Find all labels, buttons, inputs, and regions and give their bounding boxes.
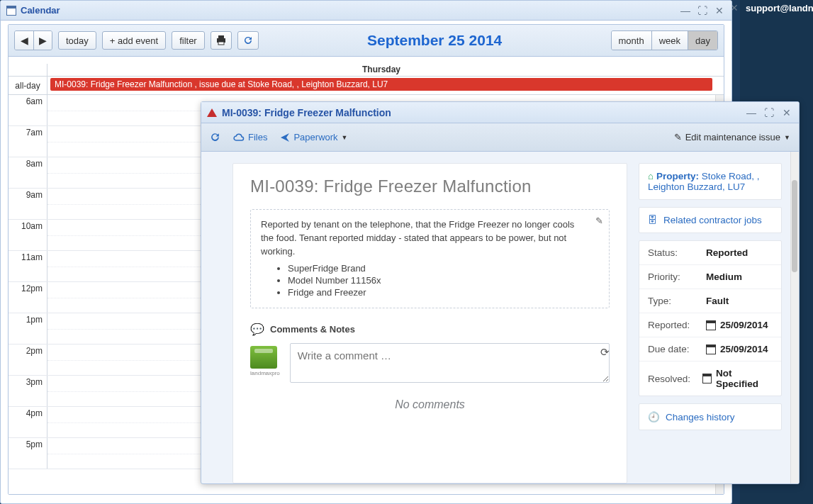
hour-label: 12pm <box>9 282 47 313</box>
caret-down-icon: ▼ <box>342 134 348 141</box>
calendar-small-icon <box>706 345 716 354</box>
dialog-maximize[interactable]: ⛶ <box>763 106 775 119</box>
dialog-toolbar: Files Paperwork ▼ ✎ Edit maintenance iss… <box>201 123 799 152</box>
due-value: 25/09/2014 <box>706 344 768 354</box>
comment-input[interactable] <box>290 343 610 383</box>
comments-refresh-icon[interactable]: ⟳ <box>600 346 610 359</box>
issue-side-panel: ⌂ Property: Stoke Road, , Leighton Buzza… <box>639 163 782 483</box>
dialog-minimize[interactable]: — <box>745 106 758 119</box>
issue-heading: MI-0039: Fridge Freezer Malfunction <box>250 177 610 196</box>
view-day[interactable]: day <box>688 31 717 50</box>
bullet-item: Model Number 11156x <box>288 275 586 286</box>
filter-button[interactable]: filter <box>172 31 205 50</box>
view-week[interactable]: week <box>651 31 688 50</box>
calendar-window-title: Calendar <box>21 5 60 16</box>
close-button[interactable]: ✕ <box>713 4 726 17</box>
property-card[interactable]: ⌂ Property: Stoke Road, , Leighton Buzza… <box>639 163 782 200</box>
dialog-titlebar[interactable]: MI-0039: Fridge Freezer Malfunction — ⛶ … <box>201 102 799 123</box>
cloud-icon <box>233 133 245 142</box>
next-button[interactable]: ▶ <box>33 31 52 50</box>
house-icon: ⌂ <box>648 171 654 181</box>
dialog-scrollbar[interactable] <box>790 152 799 483</box>
bullet-item: Fridge and Freezer <box>288 287 586 298</box>
hour-label: 11am <box>9 251 47 281</box>
add-event-button[interactable]: + add event <box>102 31 166 50</box>
comments-header: 💬 Comments & Notes <box>250 323 610 336</box>
maximize-button[interactable]: ⛶ <box>696 4 709 17</box>
comment-compose-row: landmaxpro ⟳ <box>250 343 610 383</box>
day-header-row: Thursday <box>9 64 724 77</box>
svg-rect-2 <box>218 42 224 45</box>
support-email: support@landn <box>740 0 813 13</box>
hour-label: 8am <box>9 157 47 188</box>
hour-label: 9am <box>9 189 47 219</box>
issue-description-box[interactable]: ✎ Reported by tenant on the telephone, t… <box>250 209 610 308</box>
svg-rect-1 <box>218 35 224 38</box>
calendar-toolbar: ◀ ▶ today + add event filter September 2… <box>9 25 724 57</box>
changes-history-link[interactable]: 🕘 Changes history <box>639 403 782 430</box>
hour-label: 4pm <box>9 407 47 437</box>
alert-icon <box>207 108 217 117</box>
hour-label: 6am <box>9 95 47 125</box>
refresh-button[interactable] <box>237 31 259 50</box>
reported-value: 25/09/2014 <box>706 320 768 330</box>
type-value: Fault <box>706 296 729 306</box>
related-jobs-link[interactable]: 🗄 Related contractor jobs <box>639 207 782 233</box>
dialog-close[interactable]: ✕ <box>780 106 793 119</box>
allday-row: all-day MI-0039: Fridge Freezer Malfunct… <box>9 77 724 95</box>
avatar <box>250 346 277 369</box>
hour-label: 2pm <box>9 345 47 375</box>
hour-label: 7am <box>9 126 47 157</box>
comment-icon: 💬 <box>250 323 264 336</box>
avatar-label: landmaxpro <box>250 370 280 376</box>
print-button[interactable] <box>211 31 232 50</box>
nav-group: ◀ ▶ <box>14 30 52 50</box>
briefcase-icon: 🗄 <box>648 215 658 225</box>
dialog-refresh-button[interactable] <box>210 132 220 142</box>
allday-event[interactable]: MI-0039: Fridge Freezer Malfunction , is… <box>50 78 712 91</box>
prev-button[interactable]: ◀ <box>15 31 33 50</box>
issue-description-text: Reported by tenant on the telephone, tha… <box>261 218 586 259</box>
issue-dialog: MI-0039: Fridge Freezer Malfunction — ⛶ … <box>201 101 800 484</box>
resolved-value: Not Specified <box>702 368 773 389</box>
dialog-title: MI-0039: Fridge Freezer Malfunction <box>222 107 391 118</box>
hour-label: 10am <box>9 220 47 250</box>
bullet-item: SuperFridge Brand <box>288 263 586 274</box>
send-icon <box>280 133 290 142</box>
paperwork-dropdown[interactable]: Paperwork ▼ <box>280 132 347 142</box>
priority-value: Medium <box>706 271 742 282</box>
hour-label: 1pm <box>9 313 47 344</box>
files-button[interactable]: Files <box>233 132 267 142</box>
calendar-small-icon <box>706 320 716 330</box>
hour-label: 5pm <box>9 438 47 469</box>
clock-icon: 🕘 <box>648 411 660 422</box>
status-value: Reported <box>706 247 748 258</box>
view-month[interactable]: month <box>612 31 651 50</box>
day-name: Thursday <box>47 64 715 76</box>
calendar-icon <box>6 6 16 16</box>
edit-description-icon[interactable]: ✎ <box>595 215 603 226</box>
calendar-titlebar[interactable]: Calendar — ⛶ ✕ <box>1 1 731 21</box>
hour-label: 3pm <box>9 376 47 406</box>
current-date-label: September 25 2014 <box>264 32 605 49</box>
minimize-button[interactable]: — <box>679 4 692 17</box>
edit-issue-dropdown[interactable]: ✎ Edit maintenance issue ▼ <box>674 132 790 142</box>
issue-meta-table: Status:Reported Priority:Medium Type:Fau… <box>639 240 782 396</box>
pencil-icon: ✎ <box>674 132 682 142</box>
view-switch: month week day <box>611 30 718 50</box>
issue-main-panel: MI-0039: Fridge Freezer Malfunction ✎ Re… <box>232 163 627 483</box>
no-comments-label: No comments <box>250 398 610 411</box>
allday-label: all-day <box>9 77 47 94</box>
caret-down-icon: ▼ <box>784 134 790 141</box>
calendar-small-icon <box>702 374 712 383</box>
issue-bullets: SuperFridge BrandModel Number 11156xFrid… <box>261 263 586 298</box>
today-button[interactable]: today <box>58 31 96 50</box>
